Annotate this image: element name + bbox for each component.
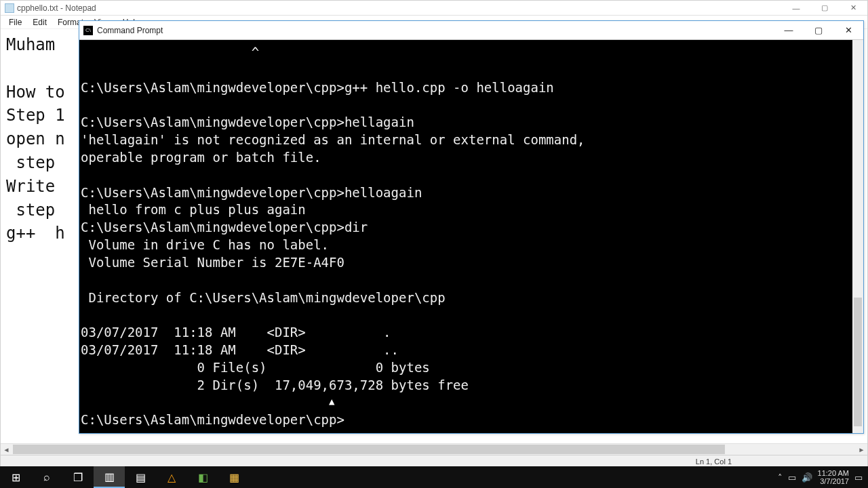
notepad-titlebar[interactable]: cpphello.txt - Notepad — ▢ ✕ [1,1,867,16]
cmd-icon: C\ [83,26,93,35]
cmd-terminal-area[interactable]: ^ C:\Users\Aslam\mingwdeveloper\cpp>g++ … [79,40,863,433]
taskbar: ⊞ ⌕ ❐ ▥ ▤ △ ◧ ▦ ˄ ▭ 🔊 11:20 AM 3/7/2017 … [0,466,868,488]
menu-edit[interactable]: Edit [27,16,52,28]
notepad-title: cpphello.txt - Notepad [17,3,96,13]
taskbar-app-explorer[interactable]: ▥ [94,466,125,488]
clock-time: 11:20 AM [818,469,849,477]
taskbar-app-vlc[interactable]: △ [156,466,187,488]
notepad-icon [5,3,14,13]
cmd-maximize-button[interactable]: ▢ [804,22,833,39]
clock[interactable]: 11:20 AM 3/7/2017 [818,469,849,485]
notepad-maximize-button[interactable]: ▢ [810,1,839,15]
cmd-minimize-button[interactable]: — [774,22,804,39]
cmd-scroll-thumb[interactable] [854,298,862,426]
notifications-icon[interactable]: ▭ [854,472,863,483]
notepad-horizontal-scrollbar[interactable]: ◄ ► [1,443,867,455]
cmd-title: Command Prompt [97,26,163,35]
scroll-right-icon[interactable]: ► [856,444,867,455]
notepad-status-bar: Ln 1, Col 1 [1,455,867,467]
notepad-close-button[interactable]: ✕ [839,1,867,15]
menu-file[interactable]: File [3,16,27,28]
scroll-thumb[interactable] [13,445,725,454]
network-icon[interactable]: ▭ [788,472,796,483]
tray-overflow-icon[interactable]: ˄ [778,472,783,483]
scroll-left-icon[interactable]: ◄ [1,444,12,455]
cmd-titlebar[interactable]: C\ Command Prompt — ▢ ✕ [79,21,863,40]
taskbar-app-folder[interactable]: ▦ [218,466,250,488]
cmd-close-button[interactable]: ✕ [833,22,863,39]
taskbar-app-sublime[interactable]: ◧ [187,466,218,488]
sound-icon[interactable]: 🔊 [802,472,812,483]
command-prompt-window: C\ Command Prompt — ▢ ✕ ^ C:\Users\Aslam… [79,20,864,434]
system-tray: ˄ ▭ 🔊 11:20 AM 3/7/2017 ▭ [778,469,868,485]
mouse-pointer-icon: ▲ [329,395,334,408]
cmd-vertical-scrollbar[interactable] [852,40,863,433]
notepad-minimize-button[interactable]: — [782,1,810,15]
cursor-position-label: Ln 1, Col 1 [696,458,732,466]
search-button[interactable]: ⌕ [31,466,62,488]
taskview-button[interactable]: ❐ [62,466,94,488]
start-button[interactable]: ⊞ [0,466,31,488]
clock-date: 3/7/2017 [818,477,849,485]
taskbar-app-notepad[interactable]: ▤ [125,466,156,488]
